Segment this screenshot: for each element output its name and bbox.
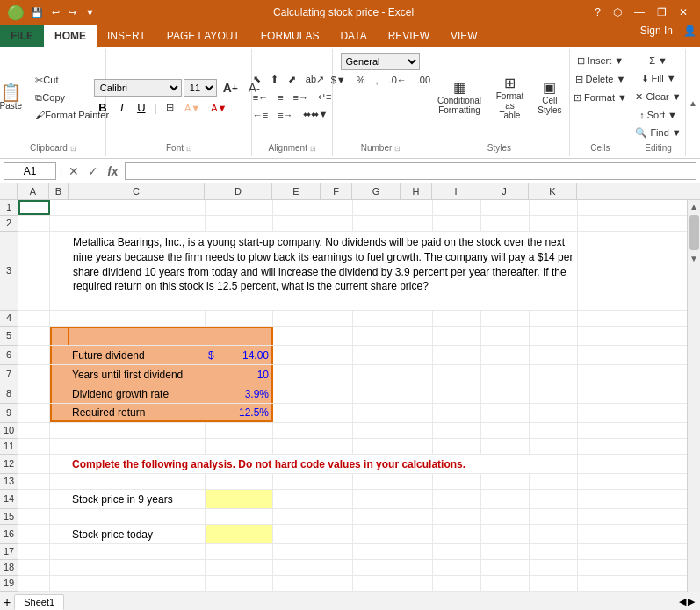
cell-F7[interactable]: [321, 365, 353, 384]
cell-G18[interactable]: [353, 560, 401, 575]
cell-C17[interactable]: [69, 544, 206, 559]
row-header-6[interactable]: 6: [0, 346, 18, 365]
col-header-K[interactable]: K: [529, 183, 577, 199]
angle-text-btn[interactable]: ab↗: [301, 71, 328, 88]
fill-btn[interactable]: ⬇ Fill ▼: [637, 70, 681, 87]
cell-J5[interactable]: [481, 327, 530, 345]
cell-C1[interactable]: [69, 200, 206, 215]
cell-K14[interactable]: [530, 490, 578, 508]
col-header-E[interactable]: E: [272, 183, 321, 199]
cell-B15[interactable]: [50, 509, 69, 524]
percent-btn[interactable]: %: [352, 72, 370, 88]
border-button[interactable]: ⊞: [162, 99, 178, 116]
cell-A18[interactable]: [18, 560, 50, 575]
align-top-center-btn[interactable]: ⬆: [266, 71, 283, 88]
cell-I18[interactable]: [433, 560, 481, 575]
cell-A2[interactable]: [18, 216, 50, 231]
row-header-12[interactable]: 12: [0, 455, 18, 474]
cell-C18[interactable]: [69, 560, 206, 575]
cell-B14[interactable]: [50, 490, 69, 508]
cell-E13[interactable]: [273, 474, 321, 489]
col-header-D[interactable]: D: [205, 183, 272, 199]
cell-D10[interactable]: [206, 423, 273, 438]
paste-button[interactable]: 📋 Paste: [0, 80, 29, 114]
cell-B16[interactable]: [50, 525, 69, 543]
cell-I13[interactable]: [433, 474, 481, 489]
cell-C13[interactable]: [69, 474, 206, 489]
insert-cells-btn[interactable]: ⊞ Insert ▼: [573, 53, 629, 69]
cell-E10[interactable]: [273, 423, 321, 438]
cell-A15[interactable]: [18, 509, 50, 524]
cell-G6[interactable]: [353, 346, 401, 364]
cell-F8[interactable]: [321, 384, 353, 403]
cell-G1[interactable]: [353, 200, 401, 215]
col-header-G[interactable]: G: [352, 183, 401, 199]
cell-I1[interactable]: [433, 200, 481, 215]
cell-H4[interactable]: [401, 311, 433, 326]
cell-I8[interactable]: [433, 384, 481, 403]
cell-D16[interactable]: [206, 525, 273, 543]
cell-K18[interactable]: [530, 560, 578, 575]
cell-D9[interactable]: 12.5%: [206, 404, 273, 422]
cell-J8[interactable]: [481, 384, 530, 403]
number-format-select[interactable]: General: [341, 53, 420, 70]
cell-G10[interactable]: [353, 423, 401, 438]
cell-A8[interactable]: [18, 384, 50, 403]
cell-E6[interactable]: [273, 346, 321, 364]
tab-file[interactable]: FILE: [0, 25, 44, 47]
scroll-thumb[interactable]: [689, 215, 699, 250]
cell-B5[interactable]: [50, 327, 69, 345]
cell-B2[interactable]: [50, 216, 69, 231]
cell-F9[interactable]: [321, 404, 353, 422]
cell-F13[interactable]: [321, 474, 353, 489]
scroll-down-btn[interactable]: ▼: [688, 252, 700, 265]
align-top-left-btn[interactable]: ⬉: [249, 71, 265, 88]
cell-E19[interactable]: [273, 576, 321, 591]
font-color-button[interactable]: A▼: [206, 100, 231, 116]
row-header-18[interactable]: 18: [0, 560, 18, 576]
scroll-tabs-left-btn[interactable]: ◀: [679, 596, 686, 607]
cell-H8[interactable]: [401, 384, 433, 403]
tab-home[interactable]: HOME: [44, 25, 97, 47]
row-header-1[interactable]: 1: [0, 200, 18, 216]
cell-F19[interactable]: [321, 576, 353, 591]
cell-G9[interactable]: [353, 404, 401, 422]
col-header-C[interactable]: C: [69, 183, 205, 199]
cell-I2[interactable]: [433, 216, 481, 231]
cell-D1[interactable]: [206, 200, 273, 215]
tab-page-layout[interactable]: PAGE LAYOUT: [156, 25, 250, 47]
cell-C19[interactable]: [69, 576, 206, 591]
cell-B9[interactable]: [50, 404, 69, 422]
cell-H14[interactable]: [401, 490, 433, 508]
cell-E17[interactable]: [273, 544, 321, 559]
cell-H17[interactable]: [401, 544, 433, 559]
italic-button[interactable]: I: [113, 99, 131, 117]
format-cells-btn[interactable]: ⊡ Format ▼: [569, 90, 631, 106]
cell-H13[interactable]: [401, 474, 433, 489]
cell-F17[interactable]: [321, 544, 353, 559]
col-header-B[interactable]: B: [49, 183, 69, 199]
cell-D7[interactable]: 10: [206, 365, 273, 384]
cell-H6[interactable]: [401, 346, 433, 364]
cell-B10[interactable]: [50, 423, 69, 438]
cell-J16[interactable]: [481, 525, 530, 543]
cell-F6[interactable]: [321, 346, 353, 364]
cell-A1[interactable]: [18, 200, 50, 215]
cell-G11[interactable]: [353, 439, 401, 454]
cell-B13[interactable]: [50, 474, 69, 489]
redo-quick-btn[interactable]: ↪: [66, 6, 79, 19]
cell-K10[interactable]: [530, 423, 578, 438]
row-header-19[interactable]: 19: [0, 576, 18, 592]
cell-F4[interactable]: [321, 311, 353, 326]
cell-I17[interactable]: [433, 544, 481, 559]
row-header-11[interactable]: 11: [0, 439, 18, 455]
cell-I11[interactable]: [433, 439, 481, 454]
cell-I10[interactable]: [433, 423, 481, 438]
cancel-formula-btn[interactable]: ✕: [66, 164, 82, 178]
cell-B19[interactable]: [50, 576, 69, 591]
find-select-btn[interactable]: 🔍 Find ▼: [631, 125, 685, 141]
cell-J15[interactable]: [481, 509, 530, 524]
align-center-btn[interactable]: ≡: [273, 89, 287, 105]
cell-F10[interactable]: [321, 423, 353, 438]
cell-I6[interactable]: [433, 346, 481, 364]
